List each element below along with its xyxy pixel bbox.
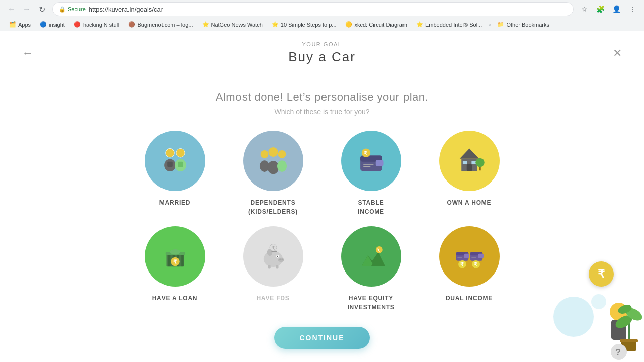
bugmenot-icon: 🟤 [128, 21, 135, 28]
intel-icon: ⭐ [416, 21, 423, 28]
svg-rect-22 [462, 161, 467, 164]
svg-rect-55 [464, 254, 469, 258]
svg-rect-23 [471, 161, 476, 164]
back-button[interactable]: ← [5, 3, 18, 16]
svg-point-7 [268, 147, 278, 157]
option-married-label: MARRIED [159, 198, 191, 207]
goal-label: YOUR GOAL [288, 41, 356, 47]
option-dual-income[interactable]: ₹ ₹ DUAL INCOME [428, 226, 511, 312]
bookmark-other[interactable]: 📁 Other Bookmarks [493, 20, 553, 29]
option-dual-income-label: DUAL INCOME [446, 294, 493, 303]
options-grid: MARRIED DEPENDENTS (KIDS/ELDERS) [133, 131, 511, 312]
main-subheading: Which of these is true for you? [274, 108, 369, 116]
bookmark-intel[interactable]: ⭐ Embedded Intel® Sol... [412, 20, 486, 29]
profile-icon[interactable]: 👤 [610, 3, 623, 16]
page-title: Buy a Car [288, 49, 356, 65]
browser-toolbar: ← → ↻ 🔒 Secure https://kuvera.in/goals/c… [0, 0, 644, 18]
option-own-home[interactable]: OWN A HOME [428, 131, 511, 216]
hacking-icon: 🔴 [74, 21, 81, 28]
svg-point-11 [277, 160, 286, 172]
bookmark-xkcd[interactable]: 🟡 xkcd: Circuit Diagram [341, 20, 411, 29]
main-content: Almost done! Let’s personalise your plan… [0, 75, 644, 362]
svg-point-70 [613, 313, 634, 330]
secure-label: Secure [68, 6, 86, 12]
svg-marker-19 [459, 149, 479, 159]
bookmark-10steps-label: 10 Simple Steps to p... [281, 22, 337, 28]
svg-point-66 [591, 294, 606, 309]
svg-text:₹: ₹ [364, 150, 367, 156]
svg-rect-4 [167, 162, 173, 167]
bookmark-xkcd-label: xkcd: Circuit Diagram [354, 22, 407, 28]
bookmark-insight-label: insight [49, 22, 65, 28]
bookmark-natgeo[interactable]: ⭐ NatGeo News Watch [198, 20, 267, 29]
page-header: ← YOUR GOAL Buy a Car ✕ [0, 31, 644, 75]
svg-point-75 [611, 344, 627, 360]
bookmark-10steps[interactable]: ⭐ 10 Simple Steps to p... [268, 20, 341, 29]
option-have-equity-label: HAVE EQUITY INVESTMENTS [347, 294, 394, 312]
browser-icons: ☆ 🧩 👤 ⋮ [578, 3, 639, 16]
svg-point-72 [617, 303, 633, 316]
svg-point-71 [623, 305, 644, 323]
apps-icon: 🗂️ [9, 21, 16, 28]
extensions-icon[interactable]: 🧩 [594, 3, 607, 16]
bookmark-bugmenot[interactable]: 🟤 Bugmenot.com – log... [124, 20, 197, 29]
svg-rect-73 [621, 341, 636, 351]
option-married[interactable]: MARRIED [133, 131, 216, 216]
svg-rect-21 [466, 164, 472, 171]
svg-rect-44 [276, 265, 278, 269]
svg-text:₹: ₹ [473, 261, 477, 267]
rupee-coin-decoration: ₹ [589, 261, 614, 287]
continue-button[interactable]: CONTINUE [274, 327, 369, 349]
option-have-loan-label: HAVE A LOAN [152, 294, 198, 303]
option-dependents[interactable]: DEPENDENTS (KIDS/ELDERS) [231, 131, 314, 216]
main-heading: Almost done! Let’s personalise your plan… [216, 90, 428, 104]
svg-rect-43 [268, 265, 270, 269]
address-bar[interactable]: 🔒 Secure https://kuvera.in/goals/car [52, 2, 574, 16]
nav-buttons: ← → ↻ [5, 3, 48, 16]
bookmark-separator: » [487, 22, 492, 28]
bookmark-apps-label: Apps [18, 22, 31, 28]
svg-rect-74 [620, 339, 638, 342]
menu-icon[interactable]: ⋮ [626, 3, 639, 16]
other-bookmarks-icon: 📁 [497, 21, 504, 28]
option-have-equity[interactable]: ₹ HAVE EQUITY INVESTMENTS [330, 226, 413, 312]
svg-point-41 [277, 256, 278, 257]
bookmarks-bar: 🗂️ Apps 🔵 insight 🔴 hacking N stuff 🟤 Bu… [0, 18, 644, 31]
svg-point-25 [475, 158, 485, 167]
steps-icon: ⭐ [272, 21, 279, 28]
option-have-loan[interactable]: ₹ HAVE A LOAN [133, 226, 216, 312]
svg-point-38 [281, 258, 283, 260]
svg-point-67 [610, 303, 628, 321]
svg-point-1 [176, 149, 185, 158]
bookmark-apps[interactable]: 🗂️ Apps [5, 20, 35, 29]
star-icon[interactable]: ☆ [578, 3, 591, 16]
svg-point-0 [165, 149, 174, 158]
svg-rect-14 [375, 160, 383, 166]
svg-point-36 [278, 258, 284, 262]
lock-icon: 🔒 [59, 6, 66, 13]
bookmark-bugmenot-label: Bugmenot.com – log... [137, 22, 193, 28]
xkcd-icon: 🟡 [345, 21, 352, 28]
svg-rect-68 [611, 320, 626, 340]
back-button[interactable]: ← [20, 45, 35, 62]
forward-button[interactable]: → [20, 3, 33, 16]
url-text: https://kuvera.in/goals/car [89, 6, 163, 13]
svg-text:?: ? [615, 347, 621, 357]
svg-point-10 [267, 161, 279, 174]
svg-point-8 [278, 150, 286, 158]
option-stable-income-label: STABLE INCOME [358, 198, 384, 216]
bookmark-insight[interactable]: 🔵 insight [36, 20, 69, 29]
refresh-button[interactable]: ↻ [35, 3, 48, 16]
close-button[interactable]: ✕ [611, 45, 624, 62]
svg-rect-5 [178, 162, 183, 167]
bookmark-hacking[interactable]: 🔴 hacking N stuff [70, 20, 124, 29]
option-have-fds[interactable]: ₹ HAVE FDS [231, 226, 314, 312]
secure-badge: 🔒 Secure [59, 6, 86, 13]
svg-text:₹: ₹ [173, 259, 177, 265]
bookmark-hacking-label: hacking N stuff [83, 22, 120, 28]
option-stable-income[interactable]: ₹ STABLE INCOME [330, 131, 413, 216]
svg-text:₹: ₹ [271, 245, 275, 251]
plant-illustration: ? [533, 251, 644, 362]
bookmark-other-label: Other Bookmarks [506, 22, 549, 28]
bookmark-intel-label: Embedded Intel® Sol... [425, 22, 482, 28]
